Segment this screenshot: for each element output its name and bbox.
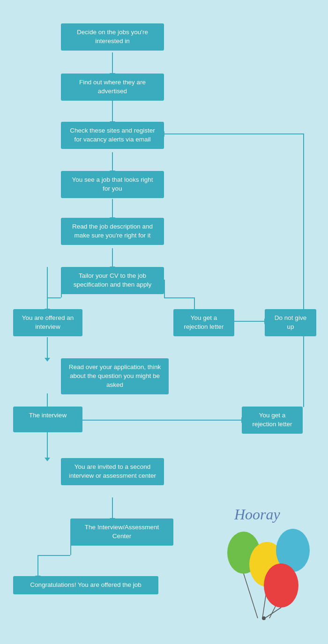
conn-donot-up — [303, 133, 304, 316]
arrow-invited-assessment — [112, 497, 113, 518]
conn-assess-horiz — [37, 555, 70, 556]
box-the-interview: The interview — [13, 407, 82, 432]
box-assessment-center: The Interview/Assessment Center — [70, 518, 173, 546]
box-read-desc: Read the job description and make sure y… — [61, 218, 164, 245]
conn-right-v — [164, 280, 165, 297]
box-find-out: Find out where they are advertised — [61, 74, 164, 101]
arrow-3-4 — [112, 152, 113, 171]
box-read-over: Read over your application, think about … — [61, 358, 169, 394]
box-do-not-give-up: Do not give up — [265, 309, 316, 336]
box-congratulations: Congratulations! You are offered the job — [13, 576, 158, 594]
conn-donot-left — [164, 133, 303, 134]
box-rejection-1: You get a rejection letter — [173, 309, 234, 336]
arrow-interview-rejection2 — [82, 420, 242, 421]
arrow-offered-readover — [47, 337, 48, 358]
box-decide: Decide on the jobs you're interested in — [61, 23, 164, 51]
box-tailor-cv: Tailor your CV to the job specification … — [61, 267, 164, 294]
svg-line-7 — [265, 607, 281, 618]
box-check-sites: Check these sites and register for vacan… — [61, 122, 164, 149]
arrow-4-5 — [112, 199, 113, 218]
conn-right-h — [164, 297, 194, 298]
flowchart: Decide on the jobs you're interested in … — [0, 0, 328, 644]
arrow-5-6 — [112, 248, 113, 267]
conn-assess-left — [70, 534, 71, 555]
conn-rej2-up — [303, 331, 304, 407]
conn-left-v — [61, 280, 62, 297]
box-see-job: You see a job that looks right for you — [61, 171, 164, 198]
hooray-text: Hooray — [234, 506, 280, 523]
arrow-2-3 — [112, 101, 113, 122]
svg-point-8 — [262, 616, 266, 620]
arrow-assess-congrats — [37, 555, 38, 576]
conn-left-h — [47, 297, 61, 298]
box-invited-second: You are invited to a second interview or… — [61, 458, 164, 485]
svg-point-6 — [264, 563, 298, 607]
arrow-interview-invited — [47, 432, 48, 458]
arrow-1-2 — [112, 52, 113, 74]
box-rejection-2: You get a rejection letter — [242, 407, 303, 434]
balloons — [220, 525, 314, 632]
arrow-rejection1-donot — [234, 321, 265, 322]
conn-to-offered — [47, 297, 48, 312]
